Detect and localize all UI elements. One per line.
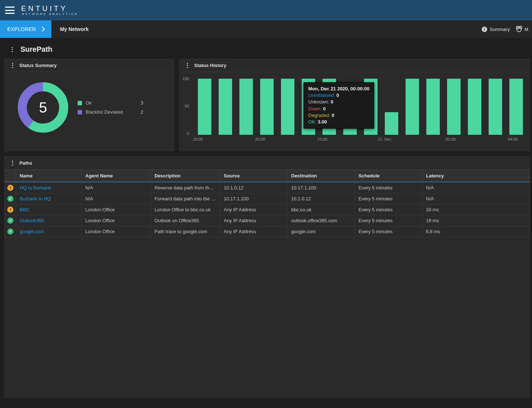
dst-cell: 10.17.1.100 — [287, 183, 355, 193]
column-header[interactable]: Latency — [422, 170, 529, 182]
paths-header: Paths — [5, 157, 529, 170]
chart-bar[interactable] — [509, 79, 523, 135]
src-cell: Any IP Address — [220, 204, 287, 215]
status-summary-header: Status Summary — [5, 59, 174, 72]
legend-swatch — [78, 101, 82, 105]
status-cell: ✓ — [5, 193, 16, 204]
warning-icon: ! — [7, 185, 13, 191]
name-cell[interactable]: Outlook365 — [16, 215, 82, 226]
name-cell[interactable]: HQ to Burbank — [16, 183, 82, 193]
kebab-icon[interactable] — [9, 47, 15, 52]
chart-bar[interactable] — [239, 79, 253, 135]
table-row[interactable]: ✓Burbank to HQN/AForward data path into … — [5, 193, 529, 204]
lat-cell: N/A — [422, 183, 529, 193]
chevron-right-icon — [40, 27, 45, 32]
chart-bar[interactable] — [447, 79, 461, 135]
x-tick-label: 20:00 — [255, 137, 265, 141]
nav-summary[interactable]: i Summary — [482, 27, 510, 32]
menu-icon[interactable] — [5, 7, 15, 14]
column-header[interactable]: Destination — [287, 170, 355, 182]
kebab-icon[interactable] — [10, 63, 15, 68]
y-tick-label: 50 — [185, 104, 189, 108]
legend-label: Ok — [86, 100, 92, 106]
empty-space — [5, 237, 529, 397]
table-row[interactable]: !BBCLondon OfficeLondon Office to bbc.co… — [5, 204, 529, 215]
chart-bar[interactable] — [219, 79, 232, 135]
sched-cell: Every 5 minutes — [355, 183, 422, 193]
dst-cell: 10.1.0.12 — [287, 193, 355, 204]
chart-bar[interactable] — [385, 112, 398, 135]
dst-cell: outlook.office365.com — [287, 215, 355, 226]
tooltip-row: Down: 0 — [308, 106, 369, 112]
breadcrumb[interactable]: My Network — [51, 26, 98, 32]
status-history-title: Status History — [194, 63, 226, 68]
chart-bar[interactable] — [489, 79, 502, 135]
tooltip-row: Degraded: 0 — [308, 112, 369, 119]
y-tick-label: 0 — [187, 131, 189, 136]
sched-cell: Every 5 minutes — [355, 204, 422, 215]
explorer-label: EXPLORER — [7, 26, 36, 32]
status-donut[interactable]: 5 — [16, 80, 70, 135]
lat-cell: 19 ms — [422, 215, 529, 226]
src-cell: Any IP Address — [220, 215, 287, 226]
chart-bar[interactable] — [468, 79, 481, 135]
legend-swatch — [78, 110, 82, 114]
lat-cell: N/A — [422, 193, 529, 204]
legend-value: 3 — [141, 100, 150, 106]
column-header[interactable]: Schedule — [355, 170, 422, 182]
table-row[interactable]: ✓Outlook365London OfficeOutlook on Offic… — [5, 215, 529, 226]
column-header[interactable]: Name — [16, 170, 82, 182]
agent-cell: London Office — [82, 226, 151, 237]
nav-row: EXPLORER My Network i Summary M — [0, 20, 532, 38]
chart-bar[interactable] — [260, 79, 274, 135]
check-icon: ✓ — [7, 217, 13, 224]
legend-item[interactable]: Ok3 — [78, 100, 150, 106]
legend-value: 2 — [141, 109, 150, 115]
table-row[interactable]: ✓google.comLondon OfficePath trace to go… — [5, 226, 529, 237]
src-cell: Any IP Address — [220, 226, 287, 237]
chart-tooltip: Mon, Dec 21 2020, 00:00:00 Uninitialised… — [304, 82, 374, 129]
desc-cell: London Office to bbc.co.uk — [151, 204, 220, 215]
legend-item[interactable]: Blacklist Deviated2 — [78, 109, 150, 115]
chart-bar[interactable] — [198, 79, 211, 135]
name-cell[interactable]: Burbank to HQ — [16, 193, 82, 204]
nav-schedule[interactable]: M — [516, 27, 528, 32]
column-header[interactable]: Source — [220, 170, 287, 182]
x-tick-label: 18:00 — [193, 137, 203, 141]
paths-panel: Paths NameAgent NameDescriptionSourceDes… — [4, 156, 530, 398]
chart-bar[interactable] — [426, 79, 440, 135]
column-header[interactable]: Description — [151, 170, 220, 182]
chart-bar[interactable] — [281, 79, 294, 135]
status-legend: Ok3Blacklist Deviated2 — [78, 100, 150, 115]
legend-label: Blacklist Deviated — [86, 109, 123, 115]
brand-logo: ENTUITY NETWORK ANALYTICS — [21, 5, 78, 16]
desc-cell: Outlook on Office365 — [151, 215, 220, 226]
lat-cell: 20 ms — [422, 204, 529, 215]
tooltip-timestamp: Mon, Dec 21 2020, 00:00:00 — [308, 86, 369, 91]
status-col-header[interactable] — [5, 170, 16, 182]
x-tick-label: 22:00 — [317, 137, 328, 141]
status-cell: ✓ — [5, 215, 16, 226]
status-history-chart[interactable]: 050100 18:0020:0022:0021. Dec02:0004:00 … — [191, 79, 523, 141]
kebab-icon[interactable] — [10, 161, 15, 166]
info-icon: i — [482, 27, 487, 32]
desc-cell: Forward data path into the data... — [151, 193, 220, 204]
column-header[interactable]: Agent Name — [82, 170, 151, 182]
tooltip-row: Uninitialised: 0 — [308, 92, 369, 99]
paths-title: Paths — [19, 160, 32, 166]
name-cell[interactable]: google.com — [16, 226, 82, 237]
chart-bar[interactable] — [406, 79, 419, 135]
lat-cell: 6.8 ms — [422, 226, 529, 237]
status-summary-title: Status Summary — [19, 63, 57, 68]
kebab-icon[interactable] — [185, 63, 190, 68]
src-cell: 10.1.0.12 — [220, 183, 287, 193]
status-history-panel: Status History 050100 18:0020:0022:0021.… — [179, 59, 530, 151]
page-title-row: SurePath — [2, 42, 532, 59]
explorer-button[interactable]: EXPLORER — [0, 20, 51, 38]
nav-right: i Summary M — [478, 27, 532, 32]
table-row[interactable]: !HQ to BurbankN/AReverse data path from … — [5, 183, 529, 193]
x-tick-label: 04:00 — [508, 137, 518, 141]
warning-icon: ! — [7, 207, 13, 213]
name-cell[interactable]: BBC — [16, 204, 82, 215]
y-tick-label: 100 — [183, 76, 189, 81]
